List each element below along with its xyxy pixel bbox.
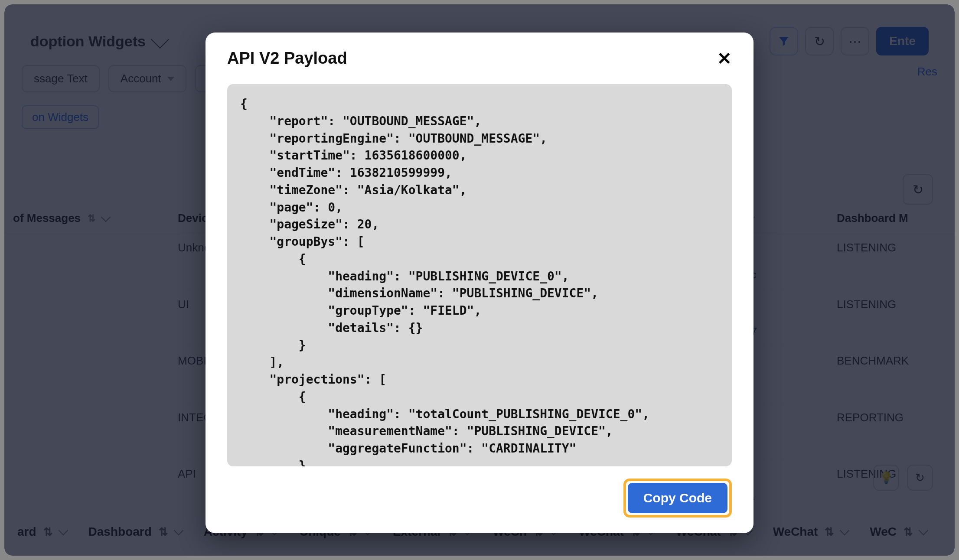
api-payload-modal: API V2 Payload ✕ { "report": "OUTBOUND_M… [206,33,754,533]
payload-code-block[interactable]: { "report": "OUTBOUND_MESSAGE", "reporti… [227,84,732,466]
close-icon[interactable]: ✕ [717,50,732,67]
copy-code-button[interactable]: Copy Code [628,483,727,513]
modal-title: API V2 Payload [227,49,347,68]
copy-code-highlight: Copy Code [623,479,732,518]
